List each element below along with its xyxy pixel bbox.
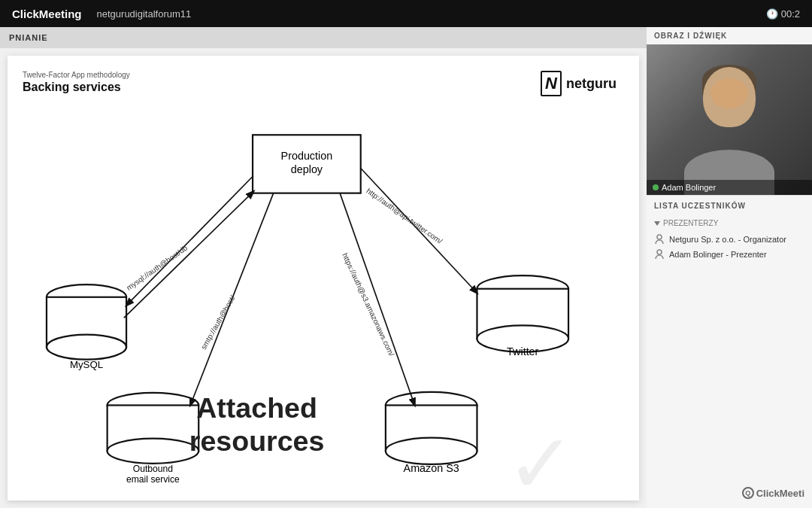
svg-point-5 — [47, 335, 126, 360]
room-name: netgurudigitalforum11 — [97, 8, 751, 20]
participant-name-1: Netguru Sp. z o.o. - Organizator — [669, 235, 786, 244]
svg-text:mysql://auth@host/db: mysql://auth@host/db — [125, 243, 189, 291]
panel-header: PNIANIE — [0, 27, 647, 48]
presenters-group-label: PREZENTERZY — [654, 219, 804, 227]
participants-header: LISTA UCZESTNIKÓW — [647, 195, 812, 216]
svg-text:Amazon S3: Amazon S3 — [404, 462, 459, 474]
presenter-name: Adam Bolinger — [662, 183, 716, 192]
svg-text:smtp://auth@host/: smtp://auth@host/ — [199, 294, 237, 351]
clickmeeting-label: ClickMeeti — [756, 488, 804, 499]
svg-point-9 — [108, 439, 199, 464]
right-panel: OBRAZ I DŹWIĘK Adam Bolinger LISTA UCZES… — [647, 27, 812, 508]
person-icon — [654, 249, 665, 260]
svg-text:email service: email service — [126, 474, 180, 485]
clickmeeting-watermark: Q ClickMeeti — [742, 487, 804, 499]
video-header: OBRAZ I DŹWIĘK — [647, 27, 812, 44]
svg-line-20 — [126, 177, 253, 306]
video-container: Adam Bolinger — [647, 44, 812, 195]
svg-line-27 — [340, 193, 414, 406]
svg-point-33 — [657, 250, 662, 254]
svg-text:deploy: deploy — [291, 163, 323, 175]
list-item: Netguru Sp. z o.o. - Organizator — [654, 232, 804, 247]
main-layout: PNIANIE Twelve-Factor App methodology Ba… — [0, 27, 812, 508]
video-section: OBRAZ I DŹWIĘK Adam Bolinger — [647, 27, 812, 195]
name-badge: Adam Bolinger — [647, 180, 812, 195]
avatar-photo — [647, 44, 812, 195]
diagram-svg: Production deploy MySQL Outbound email s… — [8, 93, 639, 493]
svg-text:✓: ✓ — [506, 418, 576, 493]
svg-text:MySQL: MySQL — [70, 359, 103, 370]
active-indicator — [653, 184, 659, 190]
app-logo: ClickMeeting — [12, 8, 82, 20]
person-icon — [654, 234, 665, 245]
avatar-face — [710, 78, 748, 108]
svg-point-18 — [386, 438, 477, 464]
list-item: Adam Bolinger - Prezenter — [654, 247, 804, 262]
svg-text:https://auth@s3.amazonaws.com/: https://auth@s3.amazonaws.com/ — [341, 251, 395, 357]
slide-subtitle: Twelve-Factor App methodology — [23, 71, 624, 79]
slide-area: Twelve-Factor App methodology Backing se… — [0, 48, 647, 508]
expand-triangle-icon[interactable] — [654, 221, 660, 226]
svg-text:Attached: Attached — [196, 392, 317, 424]
slide-content: Twelve-Factor App methodology Backing se… — [8, 56, 639, 500]
presentation-panel: PNIANIE Twelve-Factor App methodology Ba… — [0, 27, 647, 508]
svg-text:resources: resources — [189, 425, 325, 457]
svg-text:Twitter: Twitter — [507, 345, 539, 357]
slide-title: Backing services — [23, 81, 624, 94]
netguru-n-icon: N — [541, 71, 562, 96]
clock-icon: 🕐 — [766, 8, 778, 20]
svg-text:Production: Production — [281, 150, 333, 162]
timer: 🕐 00:2 — [766, 8, 800, 20]
svg-text:Outbound: Outbound — [133, 464, 173, 474]
presenters-group: PREZENTERZY Netguru Sp. z o.o. - Organiz… — [647, 216, 812, 265]
participants-section: LISTA UCZESTNIKÓW PREZENTERZY Netguru Sp… — [647, 195, 812, 490]
clickmeeting-icon: Q — [742, 487, 754, 499]
svg-text:http://auth@api.twitter.com/: http://auth@api.twitter.com/ — [365, 187, 444, 245]
participant-name-2: Adam Bolinger - Prezenter — [669, 250, 767, 259]
svg-point-32 — [657, 235, 662, 239]
topbar: ClickMeeting netgurudigitalforum11 🕐 00:… — [0, 0, 812, 27]
netguru-logo: N netguru — [541, 71, 617, 96]
